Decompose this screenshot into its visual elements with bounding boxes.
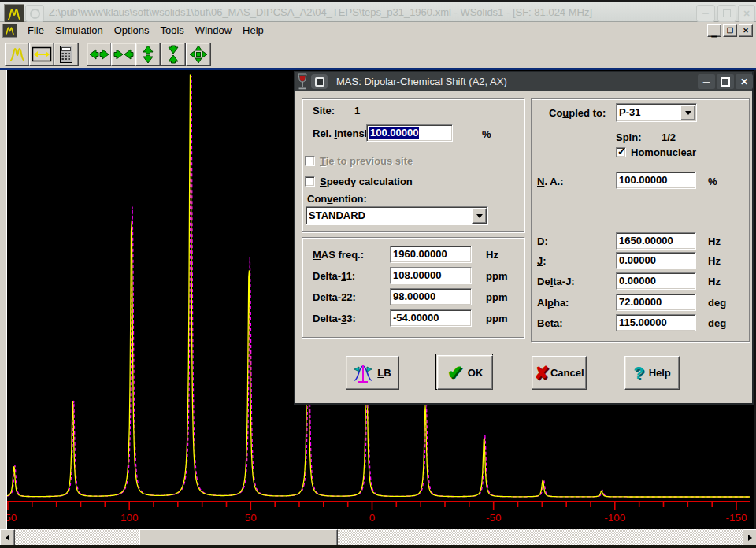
close-button[interactable]: ✕ — [738, 5, 755, 22]
window-menu-icon[interactable] — [25, 5, 44, 22]
window-bottom-edge — [0, 545, 756, 548]
d-label: D: — [537, 235, 548, 247]
shrink-horizontal-icon — [113, 47, 134, 61]
speedy-calculation-label: Speedy calculation — [320, 176, 413, 187]
menu-simulation[interactable]: Simulation — [50, 23, 109, 38]
mas-dipolar-dialog: MAS: Dipolar-Chemical Shift (A2, AX) ─ ✕… — [294, 71, 754, 405]
convention-label: Convention: — [307, 193, 367, 205]
dialog-title: MAS: Dipolar-Chemical Shift (A2, AX) — [336, 76, 507, 87]
ok-button[interactable]: ✔ OK — [437, 355, 493, 390]
toolbar-shrink-horizontal-button[interactable] — [111, 43, 136, 66]
na-input[interactable]: 100.00000 — [616, 172, 696, 189]
j-label: J: — [537, 255, 547, 267]
toolbar-calculator-button[interactable] — [54, 43, 79, 66]
delta11-label: Delta-11: — [313, 270, 355, 282]
dialog-minimize-button[interactable]: ─ — [698, 74, 715, 89]
delta11-unit: ppm — [486, 270, 507, 282]
expand-horizontal-icon — [32, 46, 52, 63]
homonuclear-checkbox[interactable]: ✓ — [616, 147, 626, 157]
ring-icon — [315, 77, 324, 87]
delta22-input[interactable]: 98.00000 — [390, 288, 472, 305]
alpha-unit: deg — [708, 297, 726, 309]
d-input[interactable]: 1650.00000 — [616, 232, 696, 250]
menu-window[interactable]: Window — [190, 23, 237, 38]
delta22-label: Delta-22: — [313, 291, 356, 303]
tie-previous-site-checkbox[interactable] — [305, 156, 315, 166]
site-label: Site: — [313, 105, 335, 117]
shrink-vertical-icon — [166, 45, 180, 64]
mas-freq-unit: Hz — [486, 249, 498, 261]
help-button[interactable]: ? Help — [624, 356, 680, 390]
question-mark-icon: ? — [633, 365, 643, 381]
toolbar-stretch-horizontal-button[interactable] — [87, 43, 112, 66]
convention-combobox[interactable]: STANDARD — [306, 206, 488, 225]
ok-default-ring: ✔ OK — [435, 354, 493, 390]
toolbar-fit-all-button[interactable] — [186, 43, 211, 66]
menu-help[interactable]: Help — [237, 23, 269, 38]
cancel-button[interactable]: ✘ Cancel — [532, 356, 587, 390]
toolbar-expand-horizontal-button[interactable] — [29, 43, 54, 66]
delta-j-input[interactable]: 0.00000 — [616, 272, 696, 290]
mas-freq-input[interactable]: 1960.00000 — [390, 246, 472, 263]
menu-options[interactable]: Options — [109, 23, 155, 38]
dialog-titlebar[interactable]: MAS: Dipolar-Chemical Shift (A2, AX) ─ ✕ — [295, 72, 752, 91]
dialog-close-button[interactable]: ✕ — [736, 74, 753, 89]
beta-label: Beta: — [537, 317, 563, 329]
arrow-right-icon — [748, 535, 752, 541]
alpha-input[interactable]: 72.00000 — [616, 294, 696, 311]
menu-file[interactable]: File — [22, 23, 50, 38]
svg-text:-50: -50 — [486, 512, 502, 524]
delta11-input[interactable]: 108.00000 — [390, 267, 472, 284]
stretch-vertical-icon — [141, 45, 155, 64]
window-title: Z:\pub\www\klaus\soft\wsolids1\buf\06_MA… — [49, 6, 592, 18]
maximize-button[interactable] — [717, 5, 736, 22]
ring-icon — [30, 9, 40, 19]
maximize-icon — [721, 77, 730, 87]
dialog-system-menu-button[interactable] — [311, 74, 328, 89]
site-value: 1 — [354, 105, 360, 117]
menu-tools[interactable]: Tools — [155, 23, 190, 38]
cancel-button-label: Cancel — [550, 367, 584, 379]
lb-button[interactable]: LB — [346, 356, 399, 390]
horizontal-scrollbar[interactable] — [0, 529, 756, 545]
scroll-right-button[interactable] — [743, 529, 756, 546]
check-icon: ✓ — [617, 146, 626, 157]
toolbar-shrink-vertical-button[interactable] — [161, 43, 186, 66]
scrollbar-thumb[interactable] — [139, 529, 338, 546]
scroll-left-button[interactable] — [0, 529, 15, 546]
delta33-input[interactable]: -54.00000 — [390, 309, 472, 327]
coupled-to-dropdown-button[interactable] — [680, 105, 695, 120]
lb-button-label: LB — [377, 367, 391, 379]
rel-intensity-input[interactable]: 100.00000 — [366, 124, 453, 142]
toolbar-stretch-vertical-button[interactable] — [135, 43, 161, 66]
arrow-left-icon — [6, 535, 9, 541]
chevron-down-icon — [476, 214, 483, 218]
j-input[interactable]: 0.00000 — [616, 252, 696, 269]
toolbar-wsolids-logo-button[interactable] — [5, 43, 30, 66]
delta-j-unit: Hz — [708, 276, 721, 287]
alpha-label: Alpha: — [537, 297, 569, 309]
beta-input[interactable]: 115.00000 — [616, 314, 696, 331]
app-window-icon[interactable] — [4, 4, 24, 24]
mdi-window-controls: ▁ ❐ ✕ — [707, 24, 753, 37]
chevron-down-icon — [685, 111, 691, 115]
svg-text:0: 0 — [369, 512, 376, 524]
beta-unit: deg — [708, 317, 726, 329]
svg-text:50: 50 — [245, 512, 257, 524]
dialog-maximize-button[interactable] — [717, 74, 734, 89]
svg-text:-100: -100 — [604, 512, 625, 524]
mdi-minimize-button[interactable]: ▁ — [707, 24, 721, 37]
homonuclear-label: Homonuclear — [631, 146, 696, 158]
speedy-calculation-checkbox[interactable] — [305, 176, 315, 187]
wsolids-logo-icon — [6, 7, 22, 21]
coupled-to-combobox[interactable]: P-31 — [616, 103, 697, 122]
mdi-close-button[interactable]: ✕ — [739, 24, 753, 37]
delta22-unit: ppm — [486, 291, 507, 303]
mdi-child-icon[interactable] — [2, 24, 17, 38]
convention-dropdown-button[interactable] — [472, 208, 487, 224]
d-unit: Hz — [708, 235, 721, 247]
wsolids-logo-icon — [8, 46, 27, 63]
mdi-restore-button[interactable]: ❐ — [723, 24, 737, 37]
coupled-to-label: Coupled to: — [549, 107, 606, 119]
minimize-button[interactable]: ─ — [696, 5, 715, 22]
